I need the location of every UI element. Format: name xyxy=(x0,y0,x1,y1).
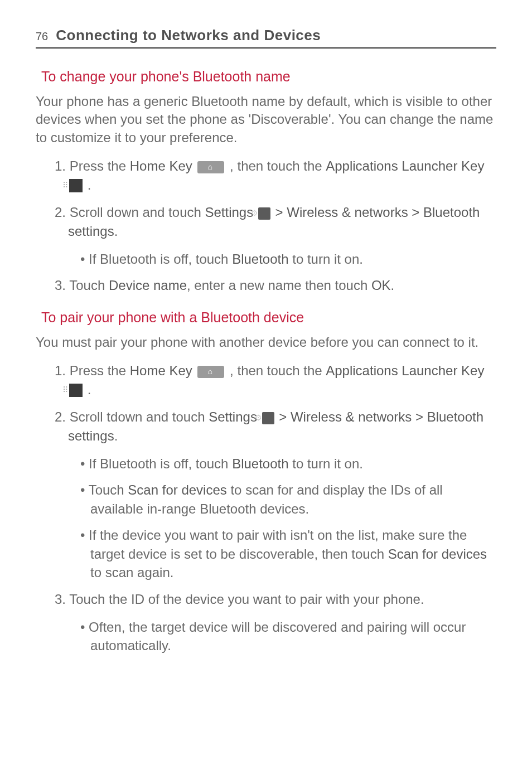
step-text: . xyxy=(114,428,118,443)
intro-paragraph: You must pair your phone with another de… xyxy=(36,333,496,351)
settings-icon xyxy=(258,207,270,220)
launcher-key-icon xyxy=(69,179,83,192)
step-text: 1. Press the xyxy=(55,363,130,378)
step-text: , then touch the xyxy=(226,363,326,378)
bullet-item: If the device you want to pair with isn'… xyxy=(90,526,496,582)
bluetooth-label: Bluetooth xyxy=(232,251,288,267)
ok-label: OK xyxy=(371,278,391,293)
settings-icon xyxy=(262,412,274,424)
device-name-label: Device name xyxy=(109,278,187,293)
page-header: 76 Connecting to Networks and Devices xyxy=(36,27,496,49)
apps-launcher-label: Applications Launcher Key xyxy=(326,158,484,173)
step-text: . xyxy=(391,278,395,293)
step-text: 1. Press the xyxy=(55,158,130,173)
step-text: , enter a new name then touch xyxy=(187,278,371,293)
launcher-key-icon xyxy=(69,384,83,397)
home-key-label: Home Key xyxy=(130,363,192,378)
section-heading: To pair your phone with a Bluetooth devi… xyxy=(41,309,496,326)
bullet-item: If Bluetooth is off, touch Bluetooth to … xyxy=(90,454,496,473)
bullet-text: If Bluetooth is off, touch xyxy=(89,456,232,471)
step-text: . xyxy=(84,177,91,192)
step-text: 2. Scroll down and touch xyxy=(55,205,205,220)
step-1: 1. Press the Home Key , then touch the A… xyxy=(68,157,496,194)
settings-label: Settings xyxy=(209,409,257,424)
step-2: 2. Scroll tdown and touch Settings > Wir… xyxy=(68,408,496,445)
scan-devices-label: Scan for devices xyxy=(128,482,226,497)
section-pair-bluetooth-device: To pair your phone with a Bluetooth devi… xyxy=(36,309,496,655)
bullet-item: Often, the target device will be discove… xyxy=(90,618,496,655)
step-text: 2. Scroll tdown and touch xyxy=(55,409,209,424)
bullet-item: If Bluetooth is off, touch Bluetooth to … xyxy=(90,250,496,269)
page-title: Connecting to Networks and Devices xyxy=(56,27,321,44)
step-text: , then touch the xyxy=(226,158,326,173)
section-heading: To change your phone's Bluetooth name xyxy=(41,69,496,85)
step-text: > xyxy=(272,205,287,220)
step-1: 1. Press the Home Key , then touch the A… xyxy=(68,361,496,399)
bullet-text: If Bluetooth is off, touch xyxy=(89,251,232,267)
bluetooth-label: Bluetooth xyxy=(232,456,288,471)
page-number: 76 xyxy=(36,30,48,43)
bullet-text: to turn it on. xyxy=(289,251,363,267)
step-text: . xyxy=(114,224,118,239)
step-text: > xyxy=(275,409,291,424)
step-text: . xyxy=(84,382,91,397)
home-key-icon xyxy=(197,161,224,173)
step-3: 3. Touch Device name, enter a new name t… xyxy=(68,276,496,295)
bullet-text: to turn it on. xyxy=(289,456,363,471)
apps-launcher-label: Applications Launcher Key xyxy=(326,363,484,378)
bullet-text: to scan again. xyxy=(90,565,173,580)
step-text: 3. Touch xyxy=(55,278,109,293)
home-key-label: Home Key xyxy=(130,158,192,173)
section-change-bluetooth-name: To change your phone's Bluetooth name Yo… xyxy=(36,69,496,295)
bullet-item: Touch Scan for devices to scan for and d… xyxy=(90,481,496,518)
step-2: 2. Scroll down and touch Settings > Wire… xyxy=(68,203,496,240)
settings-label: Settings xyxy=(205,205,254,220)
intro-paragraph: Your phone has a generic Bluetooth name … xyxy=(36,93,496,147)
home-key-icon xyxy=(197,366,224,378)
step-3: 3. Touch the ID of the device you want t… xyxy=(68,590,496,609)
scan-devices-label: Scan for devices xyxy=(388,546,487,561)
bullet-text: Touch xyxy=(89,482,128,497)
